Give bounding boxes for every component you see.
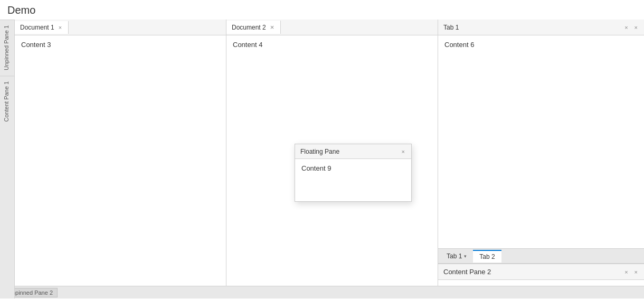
left-docs-area: Document 1 × Content 3	[15, 20, 226, 298]
doc-panel-1-header: Document 1 ×	[15, 20, 226, 35]
right-top-close2[interactable]: ×	[633, 24, 639, 31]
tab-bar-tab1-label: Tab 1	[447, 253, 462, 260]
doc-tab-1-label: Document 1	[20, 24, 54, 31]
right-top-header: Tab 1 × ×	[438, 20, 644, 35]
doc-tab-2-close[interactable]: ×	[269, 23, 276, 31]
right-top-close1[interactable]: ×	[623, 24, 629, 31]
right-top-title: Tab 1	[443, 24, 459, 31]
tab-bar-tab1-arrow: ▾	[464, 254, 467, 259]
right-bottom-close1[interactable]: ×	[623, 269, 629, 275]
sidebar-item-unpinned-pane-1[interactable]: Unpinned Pane 1	[0, 20, 14, 76]
left-sidebar: Unpinned Pane 1 Content Pane 1	[0, 20, 15, 298]
right-bottom-header: Content Pane 2 × ×	[438, 264, 644, 280]
floating-pane-title: Floating Pane	[300, 148, 339, 155]
doc-panel-2-header: Document 2 ×	[226, 20, 438, 35]
doc-tab-1[interactable]: Document 1 ×	[15, 21, 69, 34]
right-bottom-close2[interactable]: ×	[633, 269, 639, 275]
doc-tab-2[interactable]: Document 2 ×	[226, 21, 281, 34]
tab-bar-tab2-label: Tab 2	[479, 253, 495, 260]
right-area: Tab 1 × × Content 6 Tab 1 ▾ Tab 2 Conten…	[438, 20, 644, 298]
tab-bar-tab2[interactable]: Tab 2	[473, 250, 501, 263]
floating-pane-content: Content 9	[295, 159, 411, 201]
tab-bar-tab1[interactable]: Tab 1 ▾	[440, 250, 473, 262]
right-bottom-close-buttons: × ×	[623, 269, 639, 275]
right-top-content: Content 6	[438, 35, 644, 248]
doc-panel-1-content: Content 3	[15, 35, 226, 298]
tabs-bar: Tab 1 ▾ Tab 2	[438, 249, 644, 264]
main-area: Unpinned Pane 1 Content Pane 1 Document …	[0, 20, 644, 298]
doc-tab-2-label: Document 2	[232, 24, 266, 31]
sidebar-item-content-pane-1[interactable]: Content Pane 1	[0, 76, 14, 127]
bottom-bar: Unpinned Pane 2	[0, 286, 644, 298]
floating-pane-header[interactable]: Floating Pane ×	[295, 144, 411, 159]
doc-tab-1-close[interactable]: ×	[58, 24, 63, 31]
doc-panel-1: Document 1 × Content 3	[15, 20, 226, 298]
floating-pane-close[interactable]: ×	[401, 148, 406, 155]
app-title: Demo	[0, 0, 644, 20]
right-bottom-title: Content Pane 2	[443, 268, 491, 276]
right-top-close-buttons: × ×	[623, 24, 639, 31]
right-top-panel: Tab 1 × × Content 6	[438, 20, 644, 249]
floating-pane: Floating Pane × Content 9	[295, 144, 412, 202]
